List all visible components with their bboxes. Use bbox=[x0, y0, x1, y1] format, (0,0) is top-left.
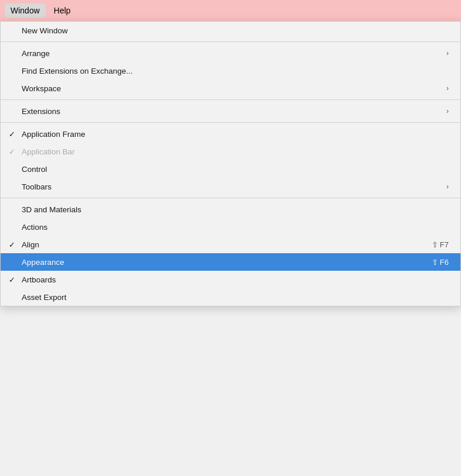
divider-4 bbox=[1, 198, 460, 198]
align-check: ✓ bbox=[9, 240, 15, 249]
menu-item-appearance[interactable]: Appearance ⇧ F6 bbox=[1, 253, 460, 271]
appearance-shortcut-key: F6 bbox=[440, 258, 449, 267]
align-shortcut: ⇧ F7 bbox=[432, 240, 449, 249]
menu-item-toolbars[interactable]: Toolbars › bbox=[1, 178, 460, 195]
align-label: Align bbox=[22, 240, 39, 249]
menu-item-3d-materials[interactable]: 3D and Materials bbox=[1, 201, 460, 218]
workspace-label: Workspace bbox=[22, 84, 61, 93]
menu-item-arrange[interactable]: Arrange › bbox=[1, 44, 460, 62]
menu-item-find-extensions[interactable]: Find Extensions on Exchange... bbox=[1, 62, 460, 80]
menu-item-actions[interactable]: Actions bbox=[1, 218, 460, 236]
menu-item-application-bar[interactable]: ✓ Application Bar bbox=[1, 143, 460, 160]
align-shortcut-shift: ⇧ bbox=[432, 240, 438, 249]
application-bar-label: Application Bar bbox=[22, 147, 75, 156]
toolbars-label: Toolbars bbox=[22, 182, 51, 191]
window-dropdown-menu: New Window Arrange › Find Extensions on … bbox=[0, 21, 461, 306]
artboards-check: ✓ bbox=[9, 275, 15, 284]
menu-item-artboards[interactable]: ✓ Artboards bbox=[1, 271, 460, 288]
divider-1 bbox=[1, 42, 460, 42]
extensions-label: Extensions bbox=[22, 107, 60, 116]
appearance-label: Appearance bbox=[22, 258, 64, 267]
find-extensions-label: Find Extensions on Exchange... bbox=[22, 67, 133, 75]
actions-label: Actions bbox=[22, 223, 47, 232]
menu-item-extensions[interactable]: Extensions › bbox=[1, 102, 460, 120]
arrange-submenu-arrow: › bbox=[446, 49, 449, 57]
menu-bar: Window Help bbox=[0, 0, 461, 21]
appearance-shortcut: ⇧ F6 bbox=[432, 258, 449, 267]
menu-item-asset-export[interactable]: Asset Export bbox=[1, 288, 460, 306]
workspace-submenu-arrow: › bbox=[446, 84, 449, 92]
align-shortcut-key: F7 bbox=[440, 240, 449, 249]
divider-3 bbox=[1, 122, 460, 123]
menu-bar-window[interactable]: Window bbox=[5, 4, 46, 18]
divider-2 bbox=[1, 99, 460, 100]
menu-item-application-frame[interactable]: ✓ Application Frame bbox=[1, 125, 460, 143]
application-frame-label: Application Frame bbox=[22, 130, 85, 139]
new-window-label: New Window bbox=[22, 26, 68, 35]
asset-export-label: Asset Export bbox=[22, 293, 67, 302]
menu-item-align[interactable]: ✓ Align ⇧ F7 bbox=[1, 236, 460, 253]
control-label: Control bbox=[22, 165, 47, 174]
arrange-label: Arrange bbox=[22, 49, 50, 58]
application-frame-check: ✓ bbox=[9, 130, 15, 139]
application-bar-check: ✓ bbox=[9, 147, 15, 156]
artboards-label: Artboards bbox=[22, 275, 56, 284]
menu-item-control[interactable]: Control bbox=[1, 160, 460, 178]
menu-item-workspace[interactable]: Workspace › bbox=[1, 80, 460, 97]
menu-bar-help[interactable]: Help bbox=[48, 4, 77, 18]
menu-item-new-window[interactable]: New Window bbox=[1, 22, 460, 39]
toolbars-submenu-arrow: › bbox=[446, 182, 449, 191]
3d-materials-label: 3D and Materials bbox=[22, 205, 81, 214]
extensions-submenu-arrow: › bbox=[446, 107, 449, 115]
appearance-shortcut-shift: ⇧ bbox=[432, 258, 438, 267]
